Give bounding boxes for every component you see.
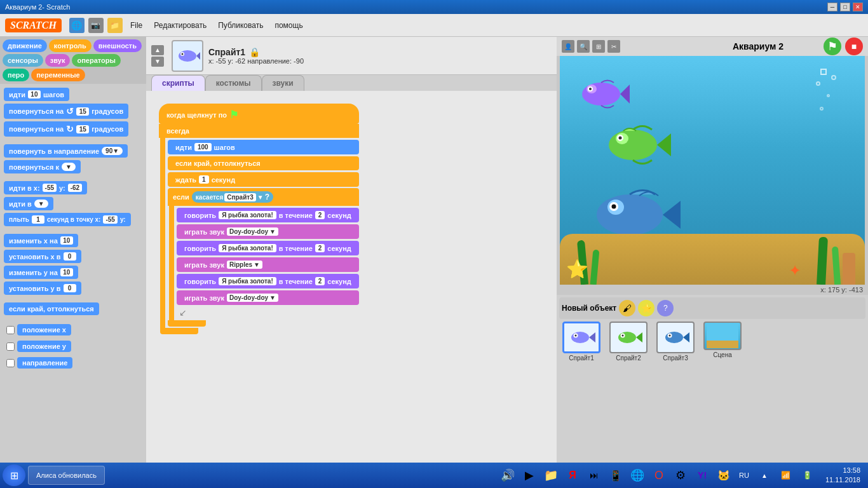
- stage-tool-2[interactable]: 🔍: [577, 40, 590, 53]
- close-button[interactable]: ✕: [853, 3, 863, 11]
- block-set-x[interactable]: установить х в 0: [4, 250, 81, 263]
- svg-marker-28: [683, 332, 689, 342]
- block-change-y[interactable]: изменить у на 10: [4, 266, 78, 279]
- stage-coords: x: 175 y: -413: [557, 285, 868, 295]
- block-set-y[interactable]: установить у в 0: [4, 281, 81, 295]
- chrome-icon[interactable]: 🌐: [628, 466, 646, 484]
- block-point-toward[interactable]: повернуться к ▼: [4, 160, 81, 173]
- cat-looks[interactable]: внешность: [93, 39, 142, 52]
- titlebar: Аквариум 2- Scratch ─ □ ✕: [0, 0, 868, 14]
- coral-1: [843, 253, 855, 285]
- seaweed-3: [817, 237, 828, 285]
- block-change-x[interactable]: изменить х на 10: [4, 234, 78, 247]
- starfish-1: ⭐: [566, 259, 588, 280]
- minimize-button[interactable]: ─: [827, 3, 837, 11]
- block-say-1: говорить Я рыбка золота! в течение 2 сек…: [177, 208, 359, 222]
- globe-icon[interactable]: 🌐: [69, 18, 85, 33]
- camera-icon[interactable]: 📷: [88, 18, 104, 33]
- starfish-2: ✦: [789, 262, 801, 280]
- scene-item[interactable]: Сцена: [700, 322, 745, 362]
- sprites-list: Спрайт1 Спрайт2: [559, 322, 865, 362]
- taskbar: ⊞ Алиса обновилась 🔊 ▶ 📁 Я ⏭ 📱 🌐 O ⚙ Y! …: [0, 463, 868, 488]
- viber-icon[interactable]: 📱: [607, 466, 625, 484]
- random-tool[interactable]: ?: [657, 300, 674, 316]
- svg-marker-24: [636, 332, 642, 342]
- menu-publish[interactable]: Публиковать: [213, 18, 268, 32]
- checkbox-pos-x[interactable]: положение х: [4, 323, 142, 337]
- sprite-info: Спрайт1 🔒 x: -55 y: -62 направление: -90: [208, 47, 304, 65]
- language-indicator: RU: [736, 471, 752, 479]
- sprite-label-2: Спрайт2: [616, 355, 641, 362]
- taskbar-app[interactable]: Алиса обновилась: [28, 466, 105, 485]
- svg-marker-15: [663, 201, 681, 229]
- paint-tool[interactable]: 🖌: [619, 300, 635, 316]
- network-icon[interactable]: 📶: [777, 466, 795, 484]
- block-goto-xy[interactable]: идти в х: -55 у: -62: [4, 181, 87, 194]
- block-sound-1: играть звук Doy-doy-doy▼: [177, 224, 359, 239]
- flag-icon: ⚑: [229, 109, 238, 121]
- yahoo-icon[interactable]: Y!: [693, 466, 711, 484]
- scratch-logo: SCRATCH: [5, 18, 62, 32]
- green-flag-button[interactable]: ⚑: [824, 37, 841, 55]
- checkbox-pos-y[interactable]: положение у: [4, 339, 142, 353]
- stage-tool-1[interactable]: 👤: [562, 40, 574, 53]
- folder-tray-icon[interactable]: 📁: [542, 466, 560, 484]
- forever-body: идти 100 шагов если край, оттолкнуться ж…: [160, 138, 359, 328]
- block-point-dir[interactable]: повернуть в направление 90▼: [4, 144, 128, 158]
- menu-file[interactable]: File: [125, 18, 147, 32]
- svg-point-13: [619, 137, 622, 140]
- scratch-cat-icon[interactable]: 🐱: [715, 466, 733, 484]
- cat-control[interactable]: контроль: [49, 39, 92, 52]
- cat-motion[interactable]: движение: [3, 39, 47, 52]
- cat-operators[interactable]: операторы: [72, 54, 120, 67]
- cat-sound[interactable]: звук: [45, 54, 71, 67]
- bubble-3: [827, 94, 830, 97]
- sprite-item-2[interactable]: Спрайт2: [606, 322, 651, 362]
- media-play-icon[interactable]: ▶: [520, 466, 538, 484]
- script-canvas[interactable]: когда щелкнут по ⚑ всегда идти 100 шагов…: [146, 91, 557, 463]
- maximize-button[interactable]: □: [840, 3, 850, 11]
- sprite-item-1[interactable]: Спрайт1: [559, 322, 604, 362]
- skip-icon[interactable]: ⏭: [585, 466, 603, 484]
- stamp-tool[interactable]: ⭐: [638, 300, 654, 316]
- scene-icon: [703, 322, 742, 350]
- block-say-2: говорить Я рыбка золота! в течение 2 сек…: [177, 241, 359, 255]
- tab-scripts[interactable]: скрипты: [151, 75, 205, 91]
- block-move-100: идти 100 шагов: [168, 140, 359, 154]
- stage-header: 👤 🔍 ⊞ ✂ Аквариум 2 ⚑ ■: [557, 37, 868, 56]
- stage-tool-4[interactable]: ✂: [607, 40, 620, 53]
- sprite-item-3[interactable]: Спрайт3: [653, 322, 698, 362]
- settings-icon[interactable]: ⚙: [672, 466, 689, 484]
- stop-button[interactable]: ■: [845, 37, 863, 55]
- bubble-1: [820, 69, 827, 75]
- start-button[interactable]: ⊞: [3, 464, 25, 486]
- bubble-5: [820, 107, 824, 111]
- taskbar-icons: 🔊 ▶ 📁 Я ⏭ 📱 🌐 O ⚙ Y! 🐱 RU ▲ 📶 🔋 13:58 11…: [499, 466, 865, 485]
- cat-variables[interactable]: переменные: [31, 69, 85, 81]
- scroll-down-btn[interactable]: ▼: [151, 57, 164, 67]
- stage-tool-3[interactable]: ⊞: [592, 40, 605, 53]
- menu-help[interactable]: помощь: [269, 18, 308, 32]
- sprites-toolbar: Новый объект 🖌 ⭐ ?: [559, 297, 865, 319]
- opera-icon[interactable]: O: [650, 466, 668, 484]
- block-turn-left[interactable]: повернуться на ↺ 15 градусов: [4, 104, 128, 119]
- block-move[interactable]: идти 10 шагов: [4, 88, 69, 101]
- block-bounce[interactable]: если край, оттолкнуться: [4, 302, 99, 315]
- block-sound-2: играть звук Ripples▼: [177, 257, 359, 272]
- tray-arrow[interactable]: ▲: [756, 466, 773, 484]
- block-goto[interactable]: идти в ▼: [4, 197, 53, 210]
- volume-icon[interactable]: 🔊: [499, 466, 517, 484]
- scroll-up-btn[interactable]: ▲: [151, 45, 164, 55]
- cat-pen[interactable]: перо: [3, 69, 29, 81]
- block-turn-right[interactable]: повернуться на ↻ 15 градусов: [4, 121, 128, 137]
- sprite-coords: x: -55 y: -62 направление: -90: [208, 57, 304, 65]
- tab-sounds[interactable]: звуки: [262, 75, 304, 91]
- checkbox-dir[interactable]: направление: [4, 356, 142, 370]
- battery-icon[interactable]: 🔋: [799, 466, 817, 484]
- menu-edit[interactable]: Редактировать: [149, 18, 212, 32]
- tab-costumes[interactable]: костюмы: [205, 75, 262, 91]
- yandex-icon[interactable]: Я: [564, 466, 581, 484]
- cat-sensing[interactable]: сенсоры: [3, 54, 43, 67]
- block-glide[interactable]: плыть 1 секунд в точку х: -55 у:: [4, 213, 131, 226]
- folder-icon[interactable]: 📁: [107, 18, 123, 33]
